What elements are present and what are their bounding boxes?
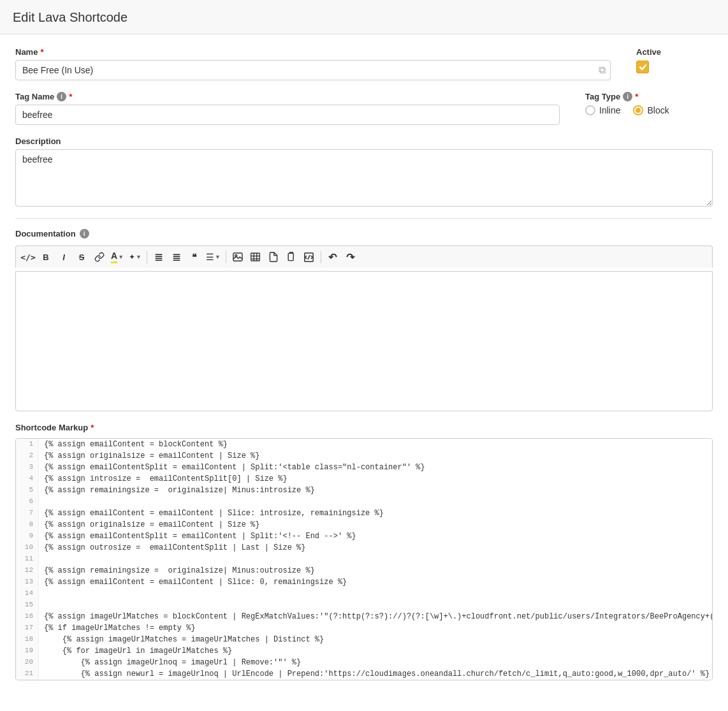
line-code: {% assign emailContentSplit = emailConte… bbox=[39, 531, 361, 542]
line-code: {% for imageUrl in imageUrlMatches %} bbox=[39, 645, 237, 657]
line-code: {% assign imageUrlnoq = imageUrl | Remov… bbox=[39, 657, 306, 668]
documentation-label: Documentation i bbox=[15, 229, 713, 238]
tag-name-info-icon[interactable]: i bbox=[57, 92, 66, 101]
tag-type-group: Tag Type i * Inline Block bbox=[585, 92, 713, 115]
line-number: 21 bbox=[16, 668, 39, 680]
svg-rect-7 bbox=[288, 253, 293, 260]
table-row: 19 {% for imageUrl in imageUrlMatches %} bbox=[16, 645, 712, 657]
line-number: 3 bbox=[16, 462, 39, 473]
font-color-button[interactable]: A ▼ bbox=[109, 249, 126, 265]
editor-toolbar: </> B I S A ▼ ✦ ▼ ≣ ≣ ❝ ☰ bbox=[15, 246, 713, 268]
highlight-button[interactable]: ✦ ▼ bbox=[127, 249, 143, 265]
line-number: 8 bbox=[16, 519, 39, 531]
tag-type-required: * bbox=[635, 92, 638, 101]
line-code: {% assign emailContentSplit = emailConte… bbox=[39, 462, 430, 473]
source-button[interactable]: </> bbox=[20, 249, 36, 265]
section-divider bbox=[15, 218, 713, 219]
description-label: Description bbox=[15, 136, 713, 146]
svg-line-9 bbox=[308, 255, 310, 260]
svg-rect-2 bbox=[251, 253, 260, 261]
shortcode-required: * bbox=[91, 423, 94, 432]
italic-button[interactable]: I bbox=[55, 249, 72, 265]
line-number: 10 bbox=[16, 542, 39, 553]
ordered-list-button[interactable]: ≣ bbox=[150, 249, 167, 265]
table-row: 20 {% assign imageUrlnoq = imageUrl | Re… bbox=[16, 657, 712, 668]
table-button[interactable] bbox=[247, 249, 264, 265]
tag-type-label: Tag Type i * bbox=[585, 92, 713, 101]
line-code: {% assign remainingsize = originalsize| … bbox=[39, 485, 320, 496]
align-button[interactable]: ☰ ▼ bbox=[204, 249, 222, 265]
file-button[interactable] bbox=[265, 249, 282, 265]
line-code: {% assign emailContent = emailContent | … bbox=[39, 576, 352, 588]
line-code: {% assign originalsize = emailContent | … bbox=[39, 519, 265, 531]
tag-type-info-icon[interactable]: i bbox=[623, 92, 632, 101]
name-copy-icon[interactable]: ⧉ bbox=[599, 64, 606, 76]
line-code bbox=[39, 496, 49, 508]
line-code bbox=[39, 588, 49, 599]
table-row: 8{% assign originalsize = emailContent |… bbox=[16, 519, 712, 531]
active-label: Active bbox=[636, 47, 713, 57]
redo-button[interactable]: ↷ bbox=[342, 249, 359, 265]
line-code bbox=[39, 553, 49, 565]
shortcode-markup-editor[interactable]: 1{% assign emailContent = blockContent %… bbox=[15, 438, 713, 680]
line-code bbox=[39, 599, 49, 611]
line-number: 12 bbox=[16, 565, 39, 576]
line-number: 2 bbox=[16, 450, 39, 462]
active-group: Active bbox=[636, 47, 713, 73]
name-required: * bbox=[40, 47, 43, 57]
line-code: {% assign introsize = emailContentSplit[… bbox=[39, 473, 293, 485]
tag-type-radio-group: Inline Block bbox=[585, 105, 713, 115]
documentation-info-icon[interactable]: i bbox=[80, 229, 89, 238]
line-number: 19 bbox=[16, 645, 39, 657]
tag-type-block-radio[interactable] bbox=[633, 105, 643, 115]
table-row: 6 bbox=[16, 496, 712, 508]
table-row: 2{% assign originalsize = emailContent |… bbox=[16, 450, 712, 462]
table-row: 3{% assign emailContentSplit = emailCont… bbox=[16, 462, 712, 473]
description-textarea[interactable]: beefree bbox=[15, 149, 713, 207]
paste-button[interactable] bbox=[283, 249, 300, 265]
line-number: 4 bbox=[16, 473, 39, 485]
tag-type-inline-radio[interactable] bbox=[585, 105, 595, 115]
strikethrough-button[interactable]: S bbox=[73, 249, 90, 265]
unordered-list-button[interactable]: ≣ bbox=[168, 249, 185, 265]
line-code: {% assign imageUrlMatches = imageUrlMatc… bbox=[39, 634, 329, 645]
line-number: 6 bbox=[16, 496, 39, 508]
tag-type-block-option[interactable]: Block bbox=[633, 105, 669, 115]
line-number: 13 bbox=[16, 576, 39, 588]
table-row: 22 {% assign emailContent = emailContent… bbox=[16, 680, 712, 680]
image-button[interactable] bbox=[229, 249, 246, 265]
undo-button[interactable]: ↶ bbox=[324, 249, 341, 265]
table-row: 11 bbox=[16, 553, 712, 565]
line-code: {% assign newurl = imageUrlnoq | UrlEnco… bbox=[39, 668, 713, 680]
line-number: 17 bbox=[16, 622, 39, 634]
line-code: {% assign emailContent = emailContent | … bbox=[39, 508, 389, 519]
link-button[interactable] bbox=[91, 249, 108, 265]
name-input-wrapper: ⧉ bbox=[15, 60, 611, 80]
active-checkbox[interactable] bbox=[636, 61, 649, 73]
line-number: 1 bbox=[16, 439, 39, 450]
active-checkbox-wrapper[interactable] bbox=[636, 61, 713, 73]
line-number: 11 bbox=[16, 553, 39, 565]
name-input[interactable] bbox=[15, 60, 611, 80]
line-code: {% assign outrosize = emailContentSplit … bbox=[39, 542, 310, 553]
line-code: {% assign emailContent = emailContent | … bbox=[39, 680, 412, 680]
bold-button[interactable]: B bbox=[38, 249, 54, 265]
page-title: Edit Lava Shortcode bbox=[13, 10, 715, 25]
code-view-button[interactable] bbox=[301, 249, 317, 265]
shortcode-markup-label: Shortcode Markup * bbox=[15, 423, 713, 432]
table-row: 12{% assign remainingsize = originalsize… bbox=[16, 565, 712, 576]
documentation-editor[interactable] bbox=[15, 271, 713, 411]
table-row: 18 {% assign imageUrlMatches = imageUrlM… bbox=[16, 634, 712, 645]
line-number: 22 bbox=[16, 680, 39, 680]
line-number: 15 bbox=[16, 599, 39, 611]
tag-type-inline-option[interactable]: Inline bbox=[585, 105, 620, 115]
line-number: 5 bbox=[16, 485, 39, 496]
tag-name-input[interactable] bbox=[15, 105, 560, 125]
table-row: 4{% assign introsize = emailContentSplit… bbox=[16, 473, 712, 485]
blockquote-button[interactable]: ❝ bbox=[186, 249, 203, 265]
table-row: 9{% assign emailContentSplit = emailCont… bbox=[16, 531, 712, 542]
line-number: 20 bbox=[16, 657, 39, 668]
tag-name-required: * bbox=[69, 92, 72, 101]
toolbar-sep-2 bbox=[226, 251, 226, 263]
table-row: 21 {% assign newurl = imageUrlnoq | UrlE… bbox=[16, 668, 712, 680]
